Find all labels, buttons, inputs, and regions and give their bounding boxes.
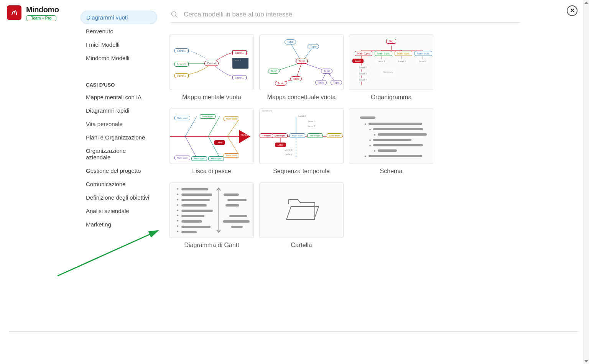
template-label: Mappa mentale vuota [182,94,241,101]
scroll-up-icon[interactable] [584,2,588,4]
sidebar-item-definizione-obiettivi[interactable]: Definizione degli obiettivi [81,191,157,204]
search-icon [171,11,178,18]
template-organigramma[interactable]: Org Main topic Main topic Main topic Mai… [348,34,434,101]
search-bar [171,11,520,23]
template-schema[interactable]: Schema [348,108,434,175]
svg-line-1 [176,16,178,18]
template-label: Organigramma [371,94,412,101]
template-label: Lisca di pesce [192,168,231,175]
sidebar-item-piani-organizzazione[interactable]: Piani e Organizzazione [81,131,157,144]
template-label: Mappa concettuale vuota [267,94,336,101]
close-icon: ✕ [570,8,575,14]
bottom-divider [9,331,578,332]
template-thumb [349,108,433,164]
sidebar-item-diagrammi-rapidi[interactable]: Diagrammi rapidi [81,104,157,117]
app-logo [7,5,21,20]
close-button[interactable]: ✕ [567,5,577,16]
template-thumb: Timeline Main topic Main topic Main topi… [259,108,344,164]
template-label: Schema [380,168,403,175]
scroll-down-icon[interactable] [584,360,588,362]
template-thumb [169,182,254,238]
template-label: Cartella [291,242,312,249]
svg-line-19 [185,136,197,158]
template-sequenza-temporale[interactable]: Timeline Main topic Main topic Main topi… [258,108,344,175]
brand-name: Mindomo [26,5,59,14]
app-header: Mindomo Team + Pro [7,5,59,21]
template-mappa-mentale[interactable]: Central Level 1 Level 1 Level 1 Level 1 … [169,34,255,101]
scrollbar[interactable] [583,0,589,364]
sidebar-item-organizzazione-aziendale[interactable]: Organizzazione aziendale [81,144,157,164]
template-thumb: Main topic Main topic Main topic Main to… [169,108,254,164]
template-label: Diagramma di Gantt [184,242,239,249]
sidebar-item-miei-modelli[interactable]: I miei Modelli [81,38,157,51]
sidebar-section-title: CASI D'USO [81,79,157,91]
sidebar-item-mindomo-modelli[interactable]: Mindomo Modelli [81,52,157,64]
template-thumb: Org Main topic Main topic Main topic Mai… [349,34,433,90]
template-label: Sequenza temporale [273,168,330,175]
svg-line-18 [227,120,239,136]
sidebar-item-diagrammi-vuoti[interactable]: Diagrammi vuoti [81,11,157,24]
sidebar-item-comunicazione[interactable]: Comunicazione [81,178,157,190]
sidebar-item-mappe-mentali-ia[interactable]: Mappe mentali con IA [81,91,157,103]
chevron-up-icon [216,187,221,192]
sidebar: Diagrammi vuoti Benvenuto I miei Modelli… [81,11,157,231]
search-input[interactable] [184,11,520,18]
svg-line-17 [208,116,220,136]
svg-line-20 [208,136,220,158]
template-grid: Central Level 1 Level 1 Level 1 Level 1 … [169,34,434,249]
svg-line-26 [58,231,158,276]
template-lisca-di-pesce[interactable]: Main topic Main topic Main topic Main to… [169,108,255,175]
sidebar-item-benvenuto[interactable]: Benvenuto [81,25,157,38]
template-gantt[interactable]: Diagramma di Gantt [169,182,255,249]
sidebar-item-gestione-progetto[interactable]: Gestione del progetto [81,164,157,177]
template-thumb: Topic Topic Topic Topic Topic Topic Topi… [259,34,344,90]
plan-badge: Team + Pro [26,15,56,21]
template-thumb [259,182,344,238]
svg-point-0 [172,12,176,16]
sidebar-item-analisi-aziendale[interactable]: Analisi aziendale [81,205,157,217]
sidebar-item-vita-personale[interactable]: Vita personale [81,118,157,130]
template-cartella[interactable]: Cartella [258,182,344,249]
svg-marker-15 [239,130,250,143]
chevron-down-icon [216,228,221,234]
sidebar-item-marketing[interactable]: Marketing [81,218,157,231]
svg-line-21 [227,136,239,155]
template-thumb: Central Level 1 Level 1 Level 1 Level 1 … [169,34,254,90]
folder-icon [260,183,344,238]
template-mappa-concettuale[interactable]: Topic Topic Topic Topic Topic Topic Topi… [258,34,344,101]
